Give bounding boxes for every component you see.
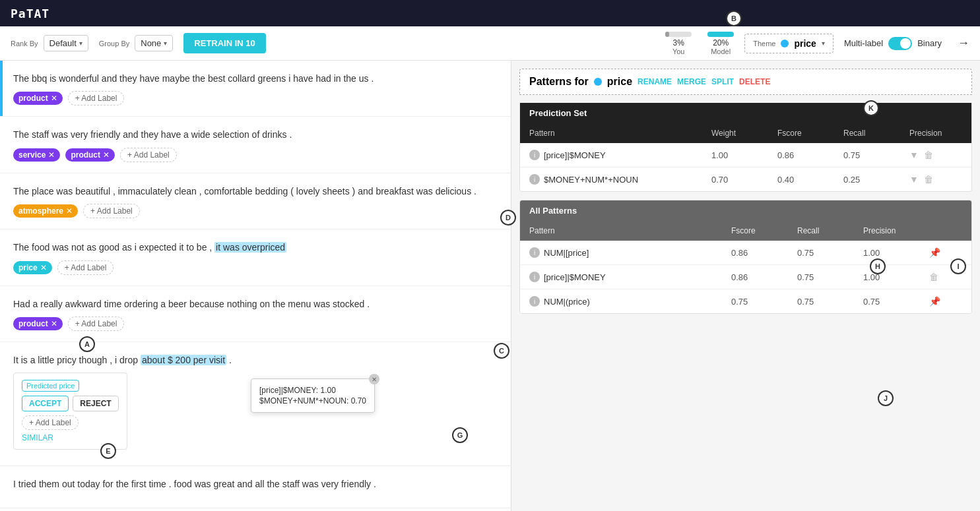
info-icon[interactable]: i bbox=[529, 247, 540, 258]
merge-button[interactable]: MERGE bbox=[677, 77, 706, 86]
label-tag-product: product ✕ bbox=[65, 148, 115, 162]
review-text: The bbq is wonderful and they have maybe… bbox=[13, 71, 498, 86]
theme-name: price bbox=[794, 38, 816, 49]
theme-label: Theme bbox=[753, 40, 775, 47]
fscore-val: 0.75 bbox=[731, 297, 797, 307]
remove-label-button[interactable]: ✕ bbox=[40, 264, 47, 272]
precision-val: 1.00 bbox=[863, 272, 929, 282]
group-by-select[interactable]: None ▾ bbox=[135, 35, 173, 51]
reviews-panel: The bbq is wonderful and they have maybe… bbox=[0, 61, 511, 511]
retrain-button[interactable]: RETRAIN IN 10 bbox=[183, 33, 265, 53]
reject-button[interactable]: REJECT bbox=[73, 396, 118, 411]
remove-label-button[interactable]: ✕ bbox=[66, 207, 73, 215]
toolbar: Rank By Default ▾ Group By None ▾ RETRAI… bbox=[0, 26, 980, 61]
multilabel-label: Multi-label bbox=[844, 38, 883, 48]
review-item: Had a really awkward time ordering a bee… bbox=[0, 286, 511, 342]
annotation-d: D bbox=[500, 210, 516, 225]
weight-val: 0.70 bbox=[711, 175, 777, 185]
add-label-button[interactable]: + Add Label bbox=[68, 91, 125, 105]
label-tag-product: product ✕ bbox=[13, 317, 63, 330]
pattern-cell: i NUM|[price] bbox=[529, 247, 731, 258]
recall-val: 0.75 bbox=[797, 297, 863, 307]
annotation-k: K bbox=[863, 100, 879, 116]
fscore-val: 0.86 bbox=[777, 150, 843, 160]
col-pattern: Pattern bbox=[529, 129, 711, 138]
add-label-button[interactable]: + Add Label bbox=[68, 316, 125, 331]
pattern-text: NUM|[price] bbox=[544, 248, 589, 258]
pin-icon[interactable]: 📌 bbox=[929, 296, 940, 307]
app-header: PaTAT bbox=[0, 0, 980, 26]
filter-icon[interactable]: ▼ bbox=[909, 150, 919, 160]
main-content: The bbq is wonderful and they have maybe… bbox=[0, 61, 980, 511]
review-text: Had a really awkward time ordering a bee… bbox=[13, 297, 498, 311]
theme-arrow-icon[interactable]: ▾ bbox=[822, 40, 825, 47]
exit-button[interactable]: → bbox=[958, 36, 969, 50]
review-item: The food was not as good as i expected i… bbox=[0, 229, 511, 286]
info-icon[interactable]: i bbox=[529, 272, 540, 282]
recall-val: 0.75 bbox=[797, 272, 863, 282]
prediction-buttons: ACCEPT REJECT bbox=[22, 396, 119, 411]
remove-label-button[interactable]: ✕ bbox=[51, 320, 57, 328]
review-item: The place was beautiful , immaculately c… bbox=[0, 173, 511, 229]
annotation-j: J bbox=[878, 390, 894, 406]
add-label-button[interactable]: + Add Label bbox=[120, 148, 177, 162]
labels-row: price ✕ + Add Label bbox=[13, 260, 498, 275]
add-label-button[interactable]: + Add Label bbox=[22, 415, 79, 430]
all-col-actions bbox=[929, 226, 962, 235]
model-fill bbox=[707, 32, 734, 37]
labels-row: product ✕ + Add Label bbox=[13, 91, 498, 105]
all-patterns-panel: All Patterns Pattern Fscore Recall Preci… bbox=[519, 200, 972, 314]
similar-link[interactable]: SIMILAR bbox=[22, 433, 53, 442]
delete-row-icon[interactable]: 🗑 bbox=[924, 150, 933, 160]
precision-val: 0.75 bbox=[863, 297, 929, 307]
multilabel-toggle[interactable] bbox=[888, 37, 912, 50]
weight-val: 1.00 bbox=[711, 150, 777, 160]
prediction-set-title: Prediction Set bbox=[529, 108, 587, 118]
filter-icon[interactable]: ▼ bbox=[909, 174, 919, 185]
patterns-title: Patterns for bbox=[529, 76, 589, 88]
all-patterns-columns: Pattern Fscore Recall Precision bbox=[520, 221, 971, 241]
rank-by-select[interactable]: Default ▾ bbox=[44, 35, 88, 51]
delete-icon[interactable]: 🗑 bbox=[929, 272, 938, 282]
prediction-set-header: Prediction Set bbox=[520, 103, 971, 123]
group-by-arrow-icon: ▾ bbox=[164, 40, 167, 47]
toggle-knob bbox=[900, 38, 911, 49]
remove-label-button[interactable]: ✕ bbox=[103, 151, 110, 159]
label-tag-service: service ✕ bbox=[13, 148, 60, 162]
col-weight: Weight bbox=[711, 129, 777, 138]
you-bar bbox=[665, 32, 692, 37]
remove-label-button[interactable]: ✕ bbox=[51, 94, 57, 102]
all-col-pattern: Pattern bbox=[529, 226, 731, 235]
all-patterns-title: All Patterns bbox=[529, 206, 577, 216]
info-icon[interactable]: i bbox=[529, 150, 540, 160]
you-stat: 3% You bbox=[665, 32, 692, 55]
add-label-button[interactable]: + Add Label bbox=[57, 260, 114, 275]
tooltip-line1: [price]|$MONEY: 1.00 bbox=[259, 386, 366, 395]
rank-by-label: Rank By bbox=[11, 40, 38, 47]
info-icon[interactable]: i bbox=[529, 174, 540, 185]
recall-val: 0.25 bbox=[843, 175, 909, 185]
prediction-set-panel: Prediction Set Pattern Weight Fscore Rec… bbox=[519, 103, 972, 192]
patterns-theme-name: price bbox=[607, 76, 632, 88]
all-col-precision: Precision bbox=[863, 226, 929, 235]
rank-by-section: Rank By Default ▾ bbox=[11, 35, 88, 51]
all-patterns-row: i NUM|(price) 0.75 0.75 0.75 📌 bbox=[520, 289, 971, 313]
fscore-val: 0.86 bbox=[731, 248, 797, 258]
split-button[interactable]: SPLIT bbox=[711, 77, 734, 86]
fscore-val: 0.40 bbox=[777, 175, 843, 185]
delete-row-icon[interactable]: 🗑 bbox=[924, 174, 933, 185]
remove-label-button[interactable]: ✕ bbox=[48, 151, 55, 159]
annotation-c: C bbox=[494, 343, 509, 359]
info-icon[interactable]: i bbox=[529, 296, 540, 307]
accept-button[interactable]: ACCEPT bbox=[22, 396, 69, 411]
all-col-recall: Recall bbox=[797, 226, 863, 235]
pin-icon[interactable]: 📌 bbox=[929, 247, 940, 258]
rename-button[interactable]: RENAME bbox=[637, 77, 672, 86]
all-col-fscore: Fscore bbox=[731, 226, 797, 235]
pattern-text: $MONEY+NUM*+NOUN bbox=[544, 175, 638, 185]
add-label-button[interactable]: + Add Label bbox=[83, 204, 140, 218]
fscore-val: 0.86 bbox=[731, 272, 797, 282]
delete-button[interactable]: DELETE bbox=[739, 77, 770, 86]
annotation-a: A bbox=[79, 336, 95, 352]
review-text: The place was beautiful , immaculately c… bbox=[13, 184, 498, 198]
